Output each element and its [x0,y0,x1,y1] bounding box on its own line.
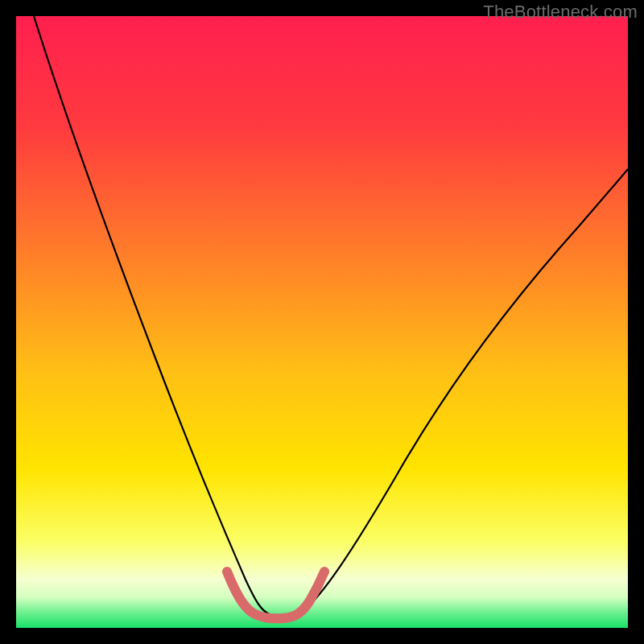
watermark-text: TheBottleneck.com [483,2,638,23]
bottleneck-plot [16,16,628,628]
optimal-range-highlight [227,572,324,618]
chart-frame [16,16,628,628]
bottleneck-curve [34,16,628,617]
